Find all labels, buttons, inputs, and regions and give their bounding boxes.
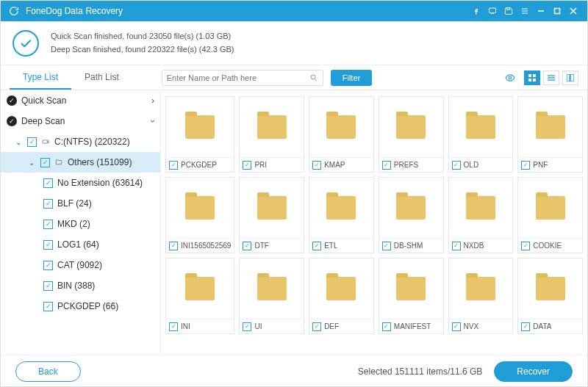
checkbox[interactable] bbox=[452, 161, 461, 170]
svg-rect-14 bbox=[528, 79, 531, 82]
folder-card[interactable]: UI bbox=[239, 258, 304, 334]
checkbox[interactable] bbox=[43, 281, 53, 291]
checkbox[interactable] bbox=[169, 161, 178, 170]
sidebar-item[interactable]: CAT (9092) bbox=[1, 255, 160, 275]
checkbox[interactable] bbox=[43, 302, 53, 311]
checkbox[interactable] bbox=[312, 161, 321, 170]
checkbox[interactable] bbox=[43, 178, 53, 188]
sidebar-item[interactable]: BLF (24) bbox=[1, 193, 160, 214]
sidebar-item[interactable]: No Extension (63614) bbox=[1, 173, 160, 193]
recover-button[interactable]: Recover bbox=[494, 361, 573, 382]
folder-card[interactable]: OLD bbox=[448, 96, 514, 173]
sidebar-item[interactable]: MKD (2) bbox=[1, 214, 160, 234]
folder-name: UI bbox=[254, 322, 262, 330]
folder-card[interactable]: PNF bbox=[517, 96, 583, 173]
svg-rect-19 bbox=[567, 74, 570, 82]
sidebar-item[interactable]: PCKGDEP (66) bbox=[1, 296, 160, 317]
preview-eye-icon[interactable] bbox=[503, 73, 517, 83]
checkbox[interactable] bbox=[169, 242, 178, 250]
drive-icon bbox=[41, 138, 50, 145]
checkbox[interactable] bbox=[43, 261, 53, 270]
sidebar-drive[interactable]: ⌄ C:(NTFS) (220322) bbox=[1, 131, 160, 152]
save-icon[interactable] bbox=[501, 3, 517, 19]
checkbox[interactable] bbox=[382, 322, 391, 331]
checkbox[interactable] bbox=[452, 322, 461, 331]
folder-icon bbox=[326, 277, 356, 300]
sidebar-quick-scan[interactable]: ✓ Quick Scan › bbox=[1, 90, 160, 111]
folder-icon bbox=[396, 115, 426, 139]
folder-thumb bbox=[449, 258, 513, 319]
checkbox[interactable] bbox=[43, 240, 53, 250]
folder-card[interactable]: MANIFEST bbox=[379, 258, 444, 334]
folder-icon bbox=[257, 115, 287, 139]
folder-thumb bbox=[240, 258, 304, 319]
checkbox[interactable] bbox=[43, 199, 53, 209]
checkbox[interactable] bbox=[521, 161, 530, 170]
checkbox[interactable] bbox=[452, 242, 461, 250]
menu-icon[interactable] bbox=[517, 3, 533, 19]
svg-point-11 bbox=[509, 76, 512, 79]
folder-card[interactable]: INI1565052569 bbox=[165, 177, 234, 253]
folder-name: OLD bbox=[464, 161, 479, 169]
tab-path-list[interactable]: Path List bbox=[71, 66, 132, 90]
checkbox[interactable] bbox=[27, 137, 37, 147]
back-button[interactable]: Back bbox=[15, 361, 81, 382]
search-input[interactable] bbox=[167, 73, 309, 82]
main: ✓ Quick Scan › ✓ Deep Scan › ⌄ C:(NTFS) … bbox=[1, 90, 587, 355]
folder-card[interactable]: DATA bbox=[517, 258, 583, 334]
folder-card[interactable]: COOKIE bbox=[517, 177, 583, 253]
checkbox[interactable] bbox=[169, 322, 178, 331]
folder-card[interactable]: NXDB bbox=[448, 177, 514, 253]
view-detail-button[interactable] bbox=[562, 70, 578, 85]
folder-card[interactable]: INI bbox=[165, 258, 234, 334]
sidebar-deep-scan[interactable]: ✓ Deep Scan › bbox=[1, 111, 160, 131]
svg-line-10 bbox=[315, 79, 317, 81]
checkbox[interactable] bbox=[521, 242, 530, 250]
sidebar-item[interactable]: LOG1 (64) bbox=[1, 234, 160, 255]
minimize-button[interactable] bbox=[533, 3, 549, 19]
sidebar-item[interactable]: BIN (388) bbox=[1, 275, 160, 296]
footer: Back Selected 151111 items/11.6 GB Recov… bbox=[1, 355, 587, 387]
folder-name: NVX bbox=[464, 322, 479, 330]
folder-icon bbox=[396, 277, 426, 300]
maximize-button[interactable] bbox=[549, 3, 565, 19]
checkbox[interactable] bbox=[521, 322, 530, 331]
folder-card[interactable]: NVX bbox=[448, 258, 514, 334]
folder-icon bbox=[326, 196, 356, 220]
folder-card[interactable]: PREFS bbox=[379, 96, 444, 173]
folder-card[interactable]: ETL bbox=[309, 177, 374, 253]
sidebar-others[interactable]: ⌄ Others (151099) bbox=[1, 152, 160, 173]
checkbox[interactable] bbox=[243, 161, 251, 170]
filter-button[interactable]: Filter bbox=[331, 70, 372, 86]
folder-name: PRI bbox=[254, 161, 267, 169]
folder-thumb bbox=[240, 97, 304, 157]
folder-icon bbox=[466, 277, 495, 300]
checkbox[interactable] bbox=[43, 220, 53, 229]
folder-card[interactable]: PRI bbox=[239, 96, 304, 173]
view-list-button[interactable] bbox=[543, 70, 559, 85]
checkbox[interactable] bbox=[382, 161, 391, 170]
folder-card[interactable]: DEF bbox=[309, 258, 374, 334]
tab-type-list[interactable]: Type List bbox=[10, 66, 71, 90]
folder-icon bbox=[466, 115, 495, 139]
folder-card[interactable]: PCKGDEP bbox=[165, 96, 234, 173]
folder-card[interactable]: DTF bbox=[239, 177, 304, 253]
checkbox[interactable] bbox=[40, 158, 50, 167]
checkbox[interactable] bbox=[312, 242, 321, 250]
folder-name: DEF bbox=[324, 322, 339, 330]
checkbox[interactable] bbox=[243, 322, 251, 331]
checkbox[interactable] bbox=[243, 242, 251, 250]
checkbox[interactable] bbox=[312, 322, 321, 331]
folder-card[interactable]: DB-SHM bbox=[379, 177, 444, 253]
facebook-icon[interactable] bbox=[468, 3, 484, 19]
view-grid-button[interactable] bbox=[524, 70, 540, 85]
search-box[interactable] bbox=[162, 70, 323, 86]
folder-card[interactable]: KMAP bbox=[309, 96, 374, 173]
scan-status: Quick Scan finished, found 23050 file(s)… bbox=[1, 21, 587, 65]
feedback-icon[interactable] bbox=[484, 3, 501, 19]
folder-icon bbox=[536, 196, 565, 220]
app-logo-icon bbox=[8, 5, 20, 17]
folder-thumb bbox=[309, 258, 373, 319]
checkbox[interactable] bbox=[382, 242, 391, 250]
close-button[interactable] bbox=[565, 3, 581, 19]
